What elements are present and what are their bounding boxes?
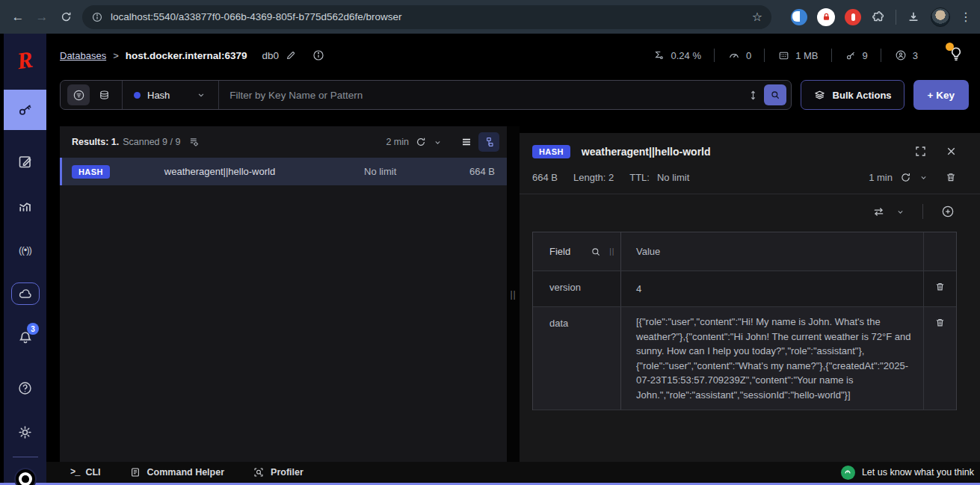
extension-icon-1[interactable] [791,9,807,25]
refresh-icon[interactable] [415,136,427,148]
results-scanned: Scanned 9 / 9 [123,137,180,147]
filter-circle-icon [72,88,86,102]
db-info-icon[interactable] [312,49,325,62]
breadcrumb-databases-link[interactable]: Databases [60,50,106,61]
key-name: weatheragent||hello-world [164,166,364,177]
detail-refresh-icon[interactable] [899,171,912,184]
detail-ttl-value[interactable]: No limit [657,172,689,183]
notification-badge: 3 [27,323,39,335]
add-field-icon[interactable] [940,204,955,219]
database-name: host.docker.internal:6379 [126,50,247,61]
key-search-input[interactable] [219,90,746,101]
search-filter-container: Hash [60,80,792,110]
list-view-toggle[interactable] [456,132,477,152]
sidebar-item-cloud[interactable] [4,281,46,306]
hash-field-row[interactable]: data [{"role":"user","content":"Hi! My n… [533,307,956,410]
extensions-puzzle-icon[interactable] [871,10,886,25]
browser-menu-icon[interactable]: ⋮ [960,10,972,24]
chevron-down-icon [196,90,206,100]
bulk-actions-button[interactable]: Bulk Actions [801,80,905,110]
key-row-selected[interactable]: HASH weatheragent||hello-world No limit … [60,158,507,185]
delete-key-icon[interactable] [944,170,958,184]
table-header-row: Field || Value [533,232,956,271]
address-bar[interactable]: localhost:5540/a33877f0-066b-4369-805f-b… [82,5,771,29]
panel-resizer-handle[interactable]: || [507,126,520,462]
value-cell[interactable]: 4 [621,271,924,306]
add-key-button[interactable]: + Key [913,80,969,110]
downloads-icon[interactable] [906,10,921,25]
edit-db-pencil-icon[interactable] [285,49,297,61]
stat-connected-clients: 3 [881,49,931,62]
sidebar-item-browser[interactable] [4,90,46,130]
extension-icon-2[interactable] [845,9,861,25]
field-cell[interactable]: data [533,307,621,410]
github-icon[interactable] [14,468,37,485]
detail-key-name[interactable]: weatheragent||hello-world [582,146,913,158]
instance-header: Databases > host.docker.internal:6379 db… [46,34,980,77]
value-cell[interactable]: [{"role":"user","content":"Hi! My name i… [621,307,924,410]
results-count: Results: 1. [72,137,119,147]
hash-field-row[interactable]: version 4 [533,271,956,307]
browser-reload-button[interactable] [54,5,78,29]
profiler-toggle[interactable]: Profiler [253,466,303,478]
value-column-header: Value [636,244,660,259]
clients-icon [894,49,907,62]
format-chevron-icon[interactable] [896,207,905,217]
gear-icon [16,424,34,441]
layers-icon [813,89,826,102]
keys-icon [845,49,857,62]
stat-cpu: 0.24 % [640,49,713,62]
column-resize-handle[interactable]: || [609,247,614,256]
key-type-filter-dropdown[interactable]: Hash [123,90,218,101]
detail-type-badge: HASH [532,145,570,158]
insights-notification-dot [946,43,954,51]
breadcrumb: Databases > host.docker.internal:6379 [60,50,247,61]
list-view-icon [460,136,472,148]
detail-auto-refresh-label: 1 min [869,172,893,183]
browser-back-button[interactable]: ← [6,5,30,29]
sidebar-item-help[interactable] [4,375,46,401]
filter-mode-button[interactable] [67,84,90,105]
insights-trigger[interactable] [947,45,965,66]
field-column-header: Field [549,246,570,257]
delete-field-icon[interactable] [934,280,946,293]
stat-total-keys: 9 [832,49,881,62]
pubsub-icon: ((•)) [19,244,31,256]
field-cell[interactable]: version [533,271,621,306]
bookmark-star-icon[interactable]: ☆ [752,10,762,24]
hash-fields-table: Field || Value version 4 [532,232,957,410]
feedback-link[interactable]: Let us know what you think [841,466,974,480]
cli-toggle[interactable]: >_ CLI [70,467,101,478]
key-icon [16,101,34,119]
password-manager-extension-icon[interactable] [817,8,835,26]
sidebar-item-settings[interactable] [4,419,46,445]
command-helper-toggle[interactable]: Command Helper [129,466,225,478]
sidebar-item-workbench[interactable] [4,149,46,174]
format-switch-icon[interactable] [872,205,886,219]
search-button[interactable] [764,84,786,105]
bottom-status-bar: >_ CLI Command Helper Profiler Let us kn… [46,462,980,483]
cloud-icon [11,282,40,305]
toolbar-divider [896,10,896,25]
fullscreen-icon[interactable] [913,144,928,158]
key-size: 664 B [450,166,495,177]
sidebar-item-notifications[interactable]: 3 [4,325,46,350]
tree-view-toggle[interactable] [478,132,499,152]
sidebar-divider [13,457,38,457]
sidebar-item-pubsub[interactable]: ((•)) [4,237,46,262]
close-icon[interactable] [945,145,958,158]
sort-icon[interactable] [747,89,759,102]
help-icon [16,380,34,397]
profile-avatar[interactable] [931,7,950,27]
delete-field-icon[interactable] [934,316,946,329]
sidebar-item-analytics[interactable] [4,193,46,218]
site-info-icon[interactable] [91,11,103,23]
refresh-chevron-icon[interactable] [433,138,443,147]
scan-more-settings-icon[interactable] [188,136,200,149]
list-auto-refresh-label: 2 min [386,137,409,147]
detail-refresh-chevron-icon[interactable] [919,173,928,182]
vector-search-button[interactable] [93,84,115,105]
key-type-badge: HASH [72,165,110,179]
field-search-icon[interactable] [590,246,602,258]
browser-forward-button[interactable]: → [30,5,54,29]
